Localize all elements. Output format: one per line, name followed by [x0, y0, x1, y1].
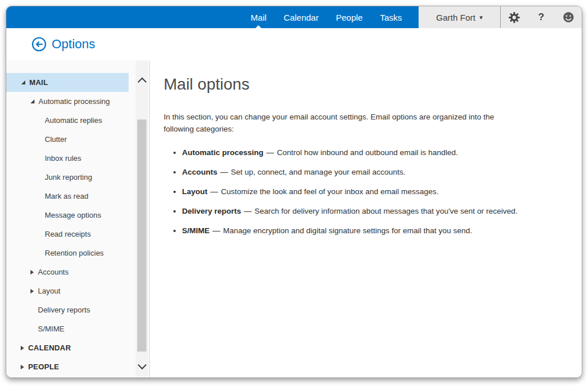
tab-tasks[interactable]: Tasks: [372, 6, 411, 28]
list-item: Automatic processing—Control how inbound…: [182, 146, 527, 159]
em-dash: —: [244, 207, 252, 215]
sidebar-item-label: Retention policies: [45, 249, 104, 257]
category-term: Delivery reports: [182, 207, 241, 215]
sidebar-item-smime[interactable]: S/MIME: [6, 319, 129, 338]
sidebar-item-message-options[interactable]: Message options: [6, 206, 129, 225]
list-item: Delivery reports—Search for delivery inf…: [182, 205, 527, 218]
top-nav: Mail Calendar People Tasks: [6, 6, 419, 28]
sidebar-item-label: MAIL: [29, 78, 48, 87]
tab-calendar[interactable]: Calendar: [275, 6, 327, 28]
smiley-icon: [563, 11, 574, 23]
back-arrow-icon: [32, 37, 47, 52]
tree-collapsed-icon: [21, 346, 24, 350]
sidebar-item-label: PEOPLE: [28, 362, 59, 371]
sidebar-item-read-receipts[interactable]: Read receipts: [6, 225, 129, 244]
sidebar-item-calendar[interactable]: CALENDAR: [6, 338, 129, 357]
category-term: Layout: [182, 187, 207, 196]
sidebar-item-label: Automatic replies: [45, 116, 102, 125]
sidebar-item-label: Inbox rules: [45, 154, 82, 163]
sidebar-item-label: CALENDAR: [28, 343, 71, 352]
feedback-button[interactable]: [555, 6, 582, 28]
intro-text: In this section, you can change your ema…: [164, 111, 517, 135]
sidebar-item-people[interactable]: PEOPLE: [6, 357, 129, 376]
sidebar-item-clutter[interactable]: Clutter: [6, 130, 129, 149]
options-header: Options: [6, 28, 582, 60]
user-menu[interactable]: Garth Fort ▾: [419, 6, 500, 28]
sidebar-item-label: Mark as read: [45, 192, 88, 200]
em-dash: —: [212, 226, 220, 235]
sidebar-item-mark-as-read[interactable]: Mark as read: [6, 187, 129, 206]
sidebar-item-label: Layout: [38, 287, 60, 295]
content-area: MAIL Automatic processing Automatic repl…: [6, 60, 582, 377]
tab-people[interactable]: People: [327, 6, 372, 28]
gear-icon: [508, 11, 520, 24]
scroll-down-icon[interactable]: [138, 361, 147, 370]
sidebar-item-layout[interactable]: Layout: [6, 281, 129, 300]
chevron-down-icon: ▾: [479, 14, 483, 21]
list-item: S/MIME—Manage encryption and digital sig…: [182, 225, 527, 237]
help-button[interactable]: ?: [528, 6, 555, 28]
scrollbar-thumb[interactable]: [137, 119, 146, 352]
tree-expanded-icon: [21, 80, 25, 84]
category-term: Automatic processing: [182, 148, 264, 157]
category-term: Accounts: [182, 168, 218, 176]
sidebar-item-label: Message options: [45, 211, 101, 219]
sidebar-item-automatic-replies[interactable]: Automatic replies: [6, 111, 129, 130]
category-list: Automatic processing—Control how inbound…: [164, 146, 527, 237]
tree-expanded-icon: [30, 99, 34, 103]
em-dash: —: [266, 148, 274, 157]
category-term: S/MIME: [182, 226, 210, 235]
scroll-up-icon[interactable]: [138, 78, 147, 87]
settings-button[interactable]: [501, 6, 528, 28]
tree-collapsed-icon: [30, 289, 34, 294]
back-button[interactable]: [32, 37, 47, 52]
sidebar-item-mail[interactable]: MAIL: [6, 73, 129, 92]
app-window: Mail Calendar People Tasks Garth Fort ▾: [6, 6, 582, 378]
options-sidebar: MAIL Automatic processing Automatic repl…: [6, 60, 150, 377]
list-item: Accounts—Set up, connect, and manage you…: [182, 166, 527, 179]
sidebar-item-automatic-processing[interactable]: Automatic processing: [6, 92, 129, 111]
category-desc: Control how inbound and outbound email i…: [277, 148, 458, 157]
sidebar-item-inbox-rules[interactable]: Inbox rules: [6, 149, 129, 168]
em-dash: —: [210, 187, 218, 196]
page-title: Options: [52, 37, 95, 52]
screenshot-canvas: Mail Calendar People Tasks Garth Fort ▾: [0, 0, 588, 386]
sidebar-item-label: Accounts: [38, 268, 68, 276]
category-desc: Customize the look and feel of your inbo…: [221, 187, 439, 196]
sidebar-item-junk-reporting[interactable]: Junk reporting: [6, 168, 129, 187]
sidebar-item-label: Junk reporting: [45, 173, 92, 182]
top-bar-right: Garth Fort ▾: [419, 6, 582, 28]
sidebar-scrollbar[interactable]: [136, 60, 148, 376]
sidebar-item-label: S/MIME: [38, 325, 64, 333]
category-desc: Manage encryption and digital signature …: [223, 226, 473, 235]
sidebar-item-label: Automatic processing: [38, 97, 110, 106]
category-desc: Set up, connect, and manage your email a…: [231, 168, 405, 176]
help-icon: ?: [538, 11, 544, 23]
sidebar-item-retention-policies[interactable]: Retention policies: [6, 244, 129, 263]
sidebar-item-label: Read receipts: [45, 230, 91, 238]
tree-collapsed-icon: [30, 270, 34, 275]
user-name: Garth Fort: [436, 13, 475, 22]
category-desc: Search for delivery information about me…: [254, 207, 517, 215]
tab-mail[interactable]: Mail: [242, 6, 276, 28]
sidebar-item-label: Delivery reports: [38, 306, 90, 314]
sidebar-item-label: Clutter: [45, 135, 67, 144]
tree-collapsed-icon: [21, 365, 24, 369]
list-item: Layout—Customize the look and feel of yo…: [182, 186, 527, 198]
main-panel: Mail options In this section, you can ch…: [150, 60, 582, 377]
sidebar-item-delivery-reports[interactable]: Delivery reports: [6, 300, 129, 319]
em-dash: —: [220, 168, 229, 176]
top-bar: Mail Calendar People Tasks Garth Fort ▾: [6, 6, 582, 28]
page-heading: Mail options: [164, 75, 559, 94]
sidebar-item-accounts[interactable]: Accounts: [6, 263, 129, 281]
